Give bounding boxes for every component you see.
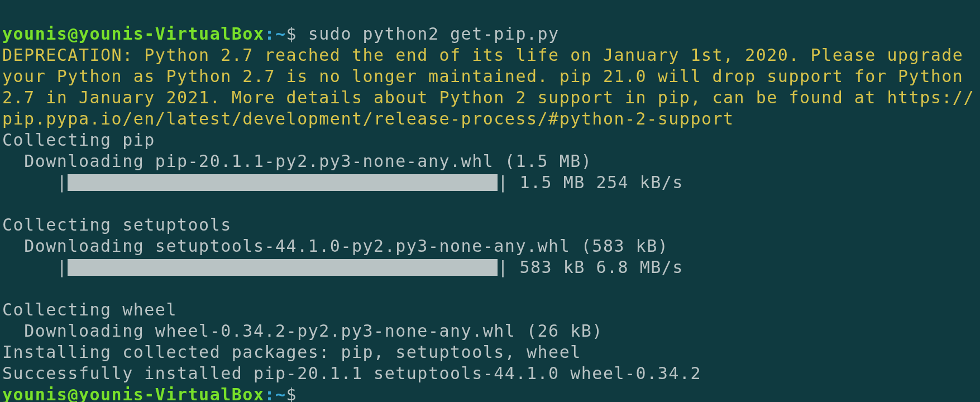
progress-pipe-right: | (498, 257, 509, 278)
prompt-dollar: $ (286, 24, 308, 44)
progress-pip: || 1.5 MB 254 kB/s (2, 172, 978, 193)
prompt-colon: : (264, 385, 275, 402)
prompt-at: @ (68, 24, 79, 44)
line-collecting-pip: Collecting pip (2, 130, 155, 150)
progress-pipe-left: | (57, 257, 68, 278)
prompt-user: younis (2, 385, 68, 402)
prompt-at: @ (68, 385, 79, 402)
prompt-path: ~ (275, 385, 286, 402)
prompt-line-2: younis@younis-VirtualBox:~$ (2, 385, 297, 402)
progress-stats-pip: 1.5 MB 254 kB/s (509, 172, 683, 193)
terminal-output[interactable]: younis@younis-VirtualBox:~$ sudo python2… (0, 0, 980, 402)
progress-stats-setuptools: 583 kB 6.8 MB/s (509, 257, 683, 278)
progress-pipe-right: | (498, 172, 509, 193)
progress-pipe-left: | (57, 172, 68, 193)
prompt-host: younis-VirtualBox (79, 385, 265, 402)
progress-indent (2, 257, 57, 278)
progress-fill-setuptools (68, 259, 498, 276)
line-success: Successfully installed pip-20.1.1 setupt… (2, 363, 701, 383)
prompt-colon: : (264, 24, 275, 44)
progress-setuptools: || 583 kB 6.8 MB/s (2, 257, 978, 278)
prompt-dollar: $ (286, 385, 298, 402)
line-downloading-wheel: Downloading wheel-0.34.2-py2.py3-none-an… (2, 321, 603, 341)
line-downloading-pip: Downloading pip-20.1.1-py2.py3-none-any.… (2, 151, 592, 171)
line-installing: Installing collected packages: pip, setu… (2, 342, 581, 362)
deprecation-warning: DEPRECATION: Python 2.7 reached the end … (2, 45, 974, 128)
prompt-host: younis-VirtualBox (79, 24, 265, 44)
command-text: sudo python2 get-pip.py (308, 24, 560, 44)
prompt-line-1: younis@younis-VirtualBox:~$ sudo python2… (2, 24, 560, 44)
line-downloading-setuptools: Downloading setuptools-44.1.0-py2.py3-no… (2, 236, 668, 256)
line-collecting-wheel: Collecting wheel (2, 300, 177, 319)
progress-fill-pip (68, 174, 498, 191)
prompt-path: ~ (275, 24, 286, 44)
progress-indent (2, 172, 57, 193)
line-collecting-setuptools: Collecting setuptools (2, 215, 232, 234)
prompt-user: younis (2, 24, 68, 44)
